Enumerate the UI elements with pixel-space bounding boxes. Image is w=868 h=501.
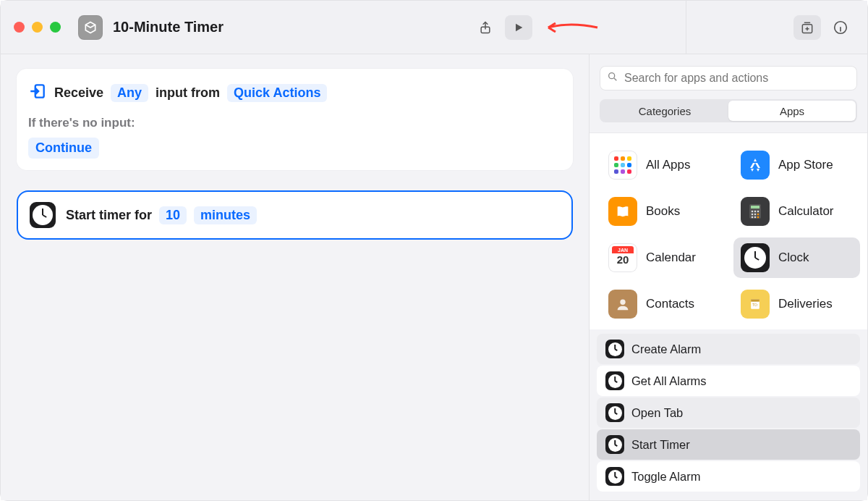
action-row-get-all-alarms[interactable]: Get All Alarms	[597, 366, 860, 396]
timer-unit-token[interactable]: minutes	[194, 206, 257, 224]
action-label: Get All Alarms	[631, 374, 707, 388]
app-label: All Apps	[646, 158, 690, 172]
tab-categories[interactable]: Categories	[601, 101, 728, 121]
body: Receive Any input from Quick Actions If …	[1, 54, 867, 500]
close-window-button[interactable]	[14, 22, 25, 33]
receive-label: Receive	[54, 85, 103, 101]
app-label: Calculator	[778, 204, 834, 219]
no-input-behavior-token[interactable]: Continue	[28, 138, 99, 159]
svg-point-13	[752, 216, 754, 219]
action-label: Toggle Alarm	[631, 470, 700, 484]
svg-point-9	[757, 211, 760, 213]
search-box[interactable]	[600, 66, 857, 90]
books-icon	[608, 197, 637, 226]
clock-icon	[605, 371, 624, 390]
clock-icon	[605, 467, 624, 486]
svg-rect-18	[751, 299, 760, 301]
input-type-token[interactable]: Any	[111, 84, 148, 102]
titlebar: 10-Minute Timer	[1, 1, 867, 54]
svg-point-16	[620, 300, 625, 305]
action-label: Start Timer	[631, 438, 690, 452]
app-item-deliveries[interactable]: TO: Deliveries	[733, 284, 860, 324]
svg-text:TO:: TO:	[752, 303, 758, 307]
page-title: 10-Minute Timer	[113, 19, 224, 35]
action-row-toggle-alarm[interactable]: Toggle Alarm	[597, 461, 860, 492]
svg-point-4	[609, 73, 615, 79]
share-button[interactable]	[472, 15, 499, 40]
app-store-icon	[741, 151, 770, 180]
deliveries-icon: TO:	[741, 290, 770, 319]
app-item-books[interactable]: Books	[601, 191, 728, 232]
app-item-app-store[interactable]: App Store	[733, 145, 860, 185]
svg-point-15	[757, 216, 760, 219]
svg-point-12	[757, 214, 760, 216]
start-timer-action-card[interactable]: Start timer for 10 minutes	[17, 190, 573, 240]
input-icon	[28, 82, 47, 104]
clock-icon	[605, 435, 624, 454]
tab-apps[interactable]: Apps	[728, 101, 856, 121]
svg-point-10	[752, 214, 754, 216]
app-item-calculator[interactable]: Calculator	[733, 191, 860, 232]
search-input[interactable]	[624, 72, 850, 85]
run-button[interactable]	[505, 15, 532, 40]
clock-icon	[30, 202, 56, 228]
actions-sidebar: Categories Apps All Apps	[590, 54, 867, 500]
clock-icon	[741, 243, 770, 272]
library-button[interactable]	[793, 15, 821, 40]
app-label: Deliveries	[778, 297, 833, 311]
action-row-start-timer[interactable]: Start Timer	[597, 429, 860, 460]
minimize-window-button[interactable]	[32, 22, 43, 33]
zoom-window-button[interactable]	[50, 22, 61, 33]
app-item-clock[interactable]: Clock	[733, 237, 860, 278]
clock-icon	[605, 403, 624, 422]
annotation-arrow	[541, 20, 599, 35]
app-label: Contacts	[646, 297, 694, 311]
search-icon	[607, 71, 618, 85]
apps-list[interactable]: All Apps App Store Books	[590, 132, 867, 329]
window-controls	[14, 22, 61, 33]
app-label: Clock	[778, 250, 809, 265]
shortcuts-window: 10-Minute Timer	[0, 0, 868, 501]
calculator-icon	[741, 197, 770, 226]
svg-point-14	[754, 216, 757, 219]
svg-point-8	[754, 211, 757, 213]
clock-actions-list: Create Alarm Get All Alarms Open Tab Sta…	[590, 329, 867, 500]
app-label: Books	[646, 204, 680, 219]
app-item-contacts[interactable]: Contacts	[601, 284, 728, 324]
all-apps-icon	[608, 151, 637, 180]
sidebar-tabs: Categories Apps	[600, 99, 857, 122]
action-label: Create Alarm	[631, 342, 701, 356]
workflow-editor: Receive Any input from Quick Actions If …	[1, 54, 590, 500]
input-source-token[interactable]: Quick Actions	[227, 84, 327, 102]
contacts-icon	[608, 290, 637, 319]
calendar-icon: JAN 20	[608, 243, 637, 272]
app-item-calendar[interactable]: JAN 20 Calendar	[601, 237, 728, 278]
info-button[interactable]	[827, 15, 854, 40]
app-label: App Store	[778, 158, 833, 172]
action-row-create-alarm[interactable]: Create Alarm	[597, 334, 860, 364]
action-row-open-tab[interactable]: Open Tab	[597, 397, 860, 428]
svg-point-7	[752, 211, 754, 213]
clock-icon	[605, 340, 624, 358]
svg-point-11	[754, 214, 757, 216]
shortcut-icon	[78, 15, 103, 40]
action-label: Open Tab	[631, 406, 683, 420]
action-label: Start timer for	[66, 208, 152, 223]
receive-mid: input from	[156, 85, 220, 101]
svg-rect-6	[751, 206, 760, 209]
timer-duration-token[interactable]: 10	[159, 206, 187, 224]
receive-input-card[interactable]: Receive Any input from Quick Actions If …	[17, 69, 573, 170]
app-item-all-apps[interactable]: All Apps	[601, 145, 728, 185]
app-label: Calendar	[646, 250, 696, 265]
no-input-label: If there's no input:	[28, 116, 561, 130]
